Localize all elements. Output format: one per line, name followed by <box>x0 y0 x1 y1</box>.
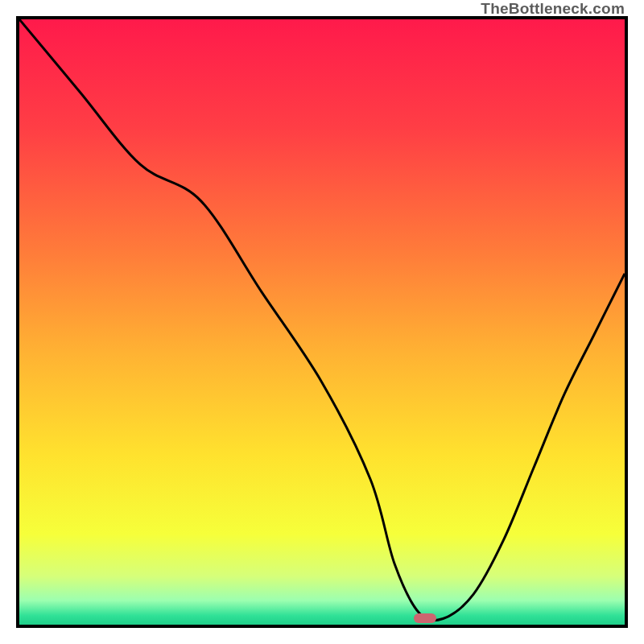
optimal-point-marker <box>414 613 436 623</box>
chart-frame <box>16 16 628 628</box>
watermark-text: TheBottleneck.com <box>481 0 625 18</box>
bottleneck-curve <box>19 19 625 621</box>
chart-curve-layer <box>19 19 625 625</box>
